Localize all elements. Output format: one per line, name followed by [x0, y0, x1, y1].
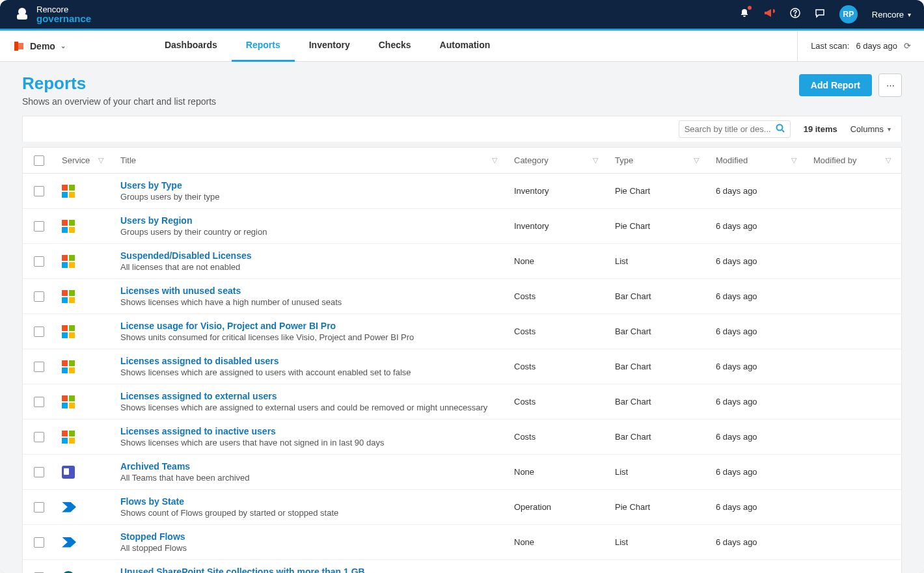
- chat-icon[interactable]: [815, 8, 825, 21]
- cell-type: List: [615, 256, 628, 266]
- col-service-header[interactable]: Service: [62, 155, 90, 165]
- col-type-header[interactable]: Type: [615, 155, 633, 165]
- report-title-link[interactable]: Licenses assigned to inactive users: [120, 426, 501, 436]
- nav-tab-inventory[interactable]: Inventory: [295, 31, 364, 62]
- table-row: Archived TeamsAll Teams that have been a…: [23, 455, 901, 490]
- report-title-link[interactable]: Users by Region: [120, 215, 501, 226]
- cell-category: None: [514, 537, 534, 547]
- report-title-link[interactable]: Licenses assigned to external users: [120, 391, 501, 401]
- megaphone-icon[interactable]: [764, 8, 776, 21]
- cell-type: Bar Chart: [615, 432, 651, 442]
- svg-rect-5: [18, 43, 23, 49]
- col-title-header[interactable]: Title: [120, 155, 136, 165]
- row-checkbox[interactable]: [34, 186, 44, 196]
- row-checkbox[interactable]: [34, 432, 44, 442]
- filter-icon[interactable]: ▽: [694, 156, 703, 165]
- report-title-link[interactable]: Suspended/Disabled Licenses: [120, 250, 501, 261]
- svg-line-7: [782, 130, 784, 132]
- cell-modified: 6 days ago: [716, 502, 757, 512]
- ms-service-icon: [62, 360, 75, 373]
- nav-tabs: DashboardsReportsInventoryChecksAutomati…: [150, 31, 504, 62]
- filter-icon[interactable]: ▽: [593, 156, 602, 165]
- more-actions-button[interactable]: ⋯: [878, 73, 902, 97]
- col-modifiedby-header[interactable]: Modified by: [813, 155, 856, 165]
- cell-type: List: [615, 537, 628, 547]
- row-checkbox[interactable]: [34, 326, 44, 337]
- cell-modified: 6 days ago: [716, 221, 757, 231]
- table-row: Stopped FlowsAll stopped FlowsNoneList6 …: [23, 525, 901, 560]
- row-checkbox[interactable]: [34, 221, 44, 232]
- row-checkbox[interactable]: [34, 256, 44, 267]
- cell-modified: 6 days ago: [716, 537, 757, 547]
- workspace-selector[interactable]: Demo ⌄: [13, 40, 85, 52]
- row-checkbox[interactable]: [34, 537, 44, 548]
- table-row: Licenses with unused seatsShows licenses…: [23, 279, 901, 314]
- report-title-link[interactable]: Flows by State: [120, 496, 501, 507]
- columns-label: Columns: [850, 124, 884, 134]
- cell-modified: 6 days ago: [716, 362, 757, 371]
- user-menu[interactable]: Rencore ▾: [872, 10, 911, 20]
- row-checkbox[interactable]: [34, 291, 44, 302]
- logo-icon: [13, 5, 31, 23]
- report-description: Groups users by their country or region: [120, 227, 501, 237]
- columns-button[interactable]: Columns ▾: [850, 124, 891, 134]
- report-description: Groups users by their type: [120, 192, 501, 202]
- chevron-down-icon: ▾: [888, 126, 891, 133]
- cell-category: Inventory: [514, 186, 549, 196]
- table-header: Service▽ Title▽ Category▽ Type▽ Modified…: [23, 148, 901, 174]
- report-title-link[interactable]: Licenses with unused seats: [120, 286, 501, 296]
- report-description: Shows units consumed for critical licens…: [120, 332, 501, 342]
- last-scan: Last scan: 6 days ago ⟳: [797, 31, 911, 61]
- nav-tab-checks[interactable]: Checks: [364, 31, 426, 62]
- row-checkbox[interactable]: [34, 502, 44, 513]
- table-row: Suspended/Disabled LicensesAll licenses …: [23, 244, 901, 279]
- report-description: All licenses that are not enabled: [120, 262, 501, 272]
- cell-type: Pie Chart: [615, 186, 650, 196]
- report-title-link[interactable]: Archived Teams: [120, 461, 501, 472]
- col-modified-header[interactable]: Modified: [716, 155, 748, 165]
- nav-tab-reports[interactable]: Reports: [232, 31, 295, 62]
- report-description: Shows licenses which are assigned to ext…: [120, 403, 501, 412]
- table-row: Flows by StateShows count of Flows group…: [23, 490, 901, 525]
- table-row: Users by TypeGroups users by their typeI…: [23, 174, 901, 209]
- filter-icon[interactable]: ▽: [886, 156, 895, 165]
- refresh-icon[interactable]: ⟳: [904, 41, 911, 51]
- chevron-down-icon: ▾: [908, 11, 911, 18]
- filter-icon[interactable]: ▽: [791, 156, 800, 165]
- cell-modified: 6 days ago: [716, 467, 757, 477]
- page-subtitle: Shows an overview of your chart and list…: [22, 96, 216, 107]
- report-title-link[interactable]: Users by Type: [120, 180, 501, 191]
- report-description: Shows licenses which are assigned to use…: [120, 367, 501, 377]
- report-description: Shows count of Flows grouped by started …: [120, 508, 501, 518]
- user-avatar[interactable]: RP: [839, 5, 858, 23]
- cell-category: Operation: [514, 502, 551, 512]
- svg-point-3: [795, 15, 795, 16]
- select-all-checkbox[interactable]: [34, 155, 44, 166]
- nav-tab-dashboards[interactable]: Dashboards: [150, 31, 232, 62]
- report-title-link[interactable]: License usage for Visio, Project and Pow…: [120, 321, 501, 331]
- report-title-link[interactable]: Unused SharePoint Site collections with …: [120, 566, 501, 573]
- more-icon: ⋯: [886, 81, 895, 90]
- help-icon[interactable]: [790, 8, 800, 21]
- bell-icon[interactable]: [739, 8, 750, 21]
- ms-service-icon: [62, 255, 75, 268]
- notification-dot: [748, 6, 752, 10]
- report-title-link[interactable]: Licenses assigned to disabled users: [120, 356, 501, 366]
- reports-table: Service▽ Title▽ Category▽ Type▽ Modified…: [22, 147, 902, 573]
- filter-icon[interactable]: ▽: [492, 156, 501, 165]
- row-checkbox[interactable]: [34, 397, 44, 407]
- table-toolbar: 19 items Columns ▾: [22, 116, 902, 142]
- search-icon[interactable]: [776, 124, 785, 135]
- chevron-down-icon: ⌄: [61, 42, 66, 49]
- search-input[interactable]: [685, 124, 776, 134]
- brand-logo[interactable]: Rencore governance: [13, 5, 91, 23]
- ms-service-icon: [62, 220, 75, 233]
- col-category-header[interactable]: Category: [514, 155, 549, 165]
- filter-icon[interactable]: ▽: [98, 156, 107, 165]
- row-checkbox[interactable]: [34, 362, 44, 372]
- cell-type: Bar Chart: [615, 326, 651, 336]
- nav-tab-automation[interactable]: Automation: [426, 31, 505, 62]
- row-checkbox[interactable]: [34, 467, 44, 477]
- report-title-link[interactable]: Stopped Flows: [120, 531, 501, 542]
- add-report-button[interactable]: Add Report: [799, 74, 872, 96]
